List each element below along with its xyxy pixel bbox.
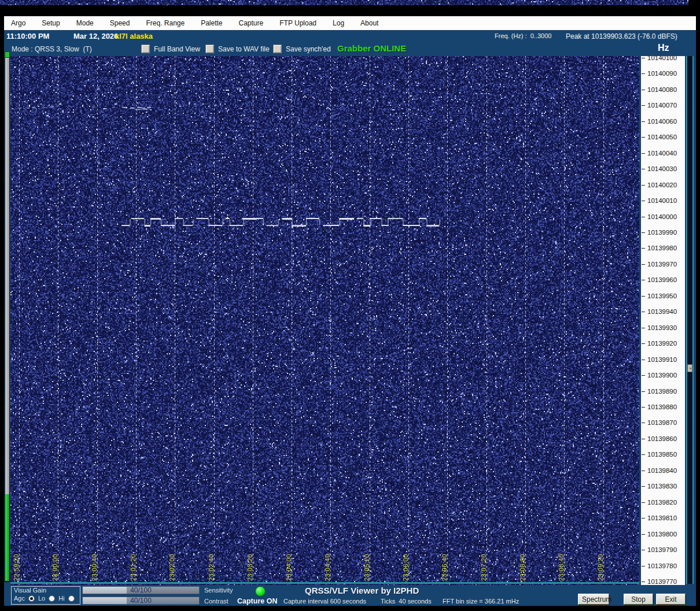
time-tick-label: 23:00:00 [51,554,58,581]
freq-axis-row: 10139780 [641,562,685,570]
frequency-range-readout: Freq. (Hz) : 0..3000 [495,32,551,39]
menu-item-mode[interactable]: Mode [68,19,102,27]
visual-gain-radio-lo[interactable] [49,595,55,602]
freq-tick-mark [642,502,645,503]
level-meter-top-marker [5,51,10,58]
freq-tick-mark [642,296,645,297]
visual-gain-option-label-agc: Agc [14,595,25,602]
contrast-slider[interactable]: 40/100 [82,597,200,605]
freq-tick-mark [642,248,645,249]
time-tick-label: 23:08:40 [558,554,565,581]
menu-item-setup[interactable]: Setup [34,19,68,27]
freq-axis-row: 10139940 [641,308,685,316]
capture-status: Capture ON [237,597,277,605]
freq-label: 10140070 [647,102,677,109]
menu-item-log[interactable]: Log [325,19,352,27]
freq-axis-row: 10140030 [641,165,685,173]
stop-button[interactable]: Stop [624,594,653,605]
freq-axis-row: 10139900 [641,372,685,379]
ticks-info: Ticks 40 seconds [381,598,432,605]
freq-axis-row: 10139990 [641,229,685,236]
date-text: Mar 12, 2026 [73,32,118,40]
menu-item-about[interactable]: About [352,19,386,27]
sensitivity-slider[interactable]: 40/100 [82,586,200,594]
freq-tick-mark [642,550,645,550]
freq-label: 10139950 [647,292,677,299]
menu-item-freq-range[interactable]: Freq. Range [138,19,193,27]
time-tick-label: 23:07:20 [480,554,487,581]
freq-label: 10139960 [647,276,677,283]
freq-tick-mark [642,232,645,233]
time-tick-label: 23:02:00 [168,554,175,581]
save-synched-checkbox-group: Save synch'ed [273,45,331,53]
freq-label: 10139820 [647,499,677,506]
freq-label: 10140090 [647,70,677,77]
time-tick-label: 23:06:00 [402,554,409,581]
freq-tick-mark [642,201,645,201]
menu-item-capture[interactable]: Capture [231,19,272,27]
freq-label: 10140020 [647,182,677,188]
visual-gain-option-label-hi: Hi [58,595,64,602]
full-band-view-checkbox[interactable] [141,45,150,53]
freq-axis-row: 10139970 [641,261,685,268]
freq-tick-mark [642,518,645,519]
menu-item-ftp-upload[interactable]: FTP Upload [271,19,325,27]
full-band-view-label: Full Band View [154,45,200,53]
time-tick-label: 23:02:40 [208,554,215,581]
freq-tick-mark [642,343,645,344]
visual-gain-option-label-lo: Lo [38,595,45,602]
time-tick-label: 23:04:00 [285,554,292,581]
visual-gain-radio-agc[interactable] [28,595,35,602]
freq-axis-row: 10139980 [641,245,685,252]
freq-axis-row: 10139860 [641,435,685,443]
menu-item-speed[interactable]: Speed [102,19,138,27]
freq-tick-mark [642,439,645,439]
freq-label: 10139940 [647,308,677,315]
capture-led-icon [255,586,266,597]
freq-tick-mark [642,58,645,58]
fft-bin-info: FFT bin size = 366.21 mHz [443,598,519,605]
freq-label: 10140030 [647,165,677,172]
axis-unit-label: Hz [658,43,669,53]
visual-gain-radio-hi[interactable] [68,595,75,602]
time-tick-label: 23:08:00 [519,554,526,581]
full-band-view-checkbox-group: Full Band View [141,45,200,53]
freq-axis-row: 10139920 [641,340,685,347]
freq-label: 10139790 [647,546,677,553]
freq-tick-mark [642,280,645,280]
freq-axis-row: 10140040 [641,150,685,157]
frequency-scrollbar[interactable] [686,56,694,584]
freq-tick-mark [642,264,645,265]
freq-label: 10140040 [647,150,677,157]
save-wav-checkbox[interactable] [205,45,214,53]
freq-tick-mark [642,121,645,122]
save-synched-checkbox[interactable] [273,45,282,53]
freq-axis-row: 10140020 [641,182,685,189]
freq-axis-row: 10139870 [641,419,685,427]
background-noise-strip [0,0,688,5]
freq-axis-row: 10139820 [641,499,685,506]
sensitivity-label: Sensitivity [204,587,233,594]
clock-text: 11:10:00 PM [6,32,49,40]
freq-axis-row: 10139790 [641,546,685,554]
scrollbar-thumb[interactable] [687,364,692,372]
menu-item-argo[interactable]: Argo [4,19,34,27]
freq-label: 10139990 [647,229,677,236]
contrast-value: 40/100 [83,597,199,605]
freq-axis-row: 10140060 [641,118,685,125]
freq-label: 10139880 [647,403,677,410]
freq-axis-row: 10139810 [641,514,685,522]
freq-label: 10140010 [647,197,677,204]
level-meter-level [5,494,9,581]
freq-tick-mark [642,73,645,74]
spectrum-button[interactable]: Spectrum [578,594,609,605]
freq-axis-row: 10139910 [641,356,685,364]
freq-label: 10139910 [647,356,677,363]
capture-interval-info: Capture interval 600 seconds [283,598,366,605]
freq-tick-mark [642,375,645,376]
freq-axis-row: 10140070 [641,102,685,109]
menu-item-palette[interactable]: Palette [193,19,230,27]
exit-button[interactable]: Exit [656,594,686,605]
sensitivity-value: 40/100 [83,587,199,594]
freq-axis-row: 10139880 [641,403,685,411]
